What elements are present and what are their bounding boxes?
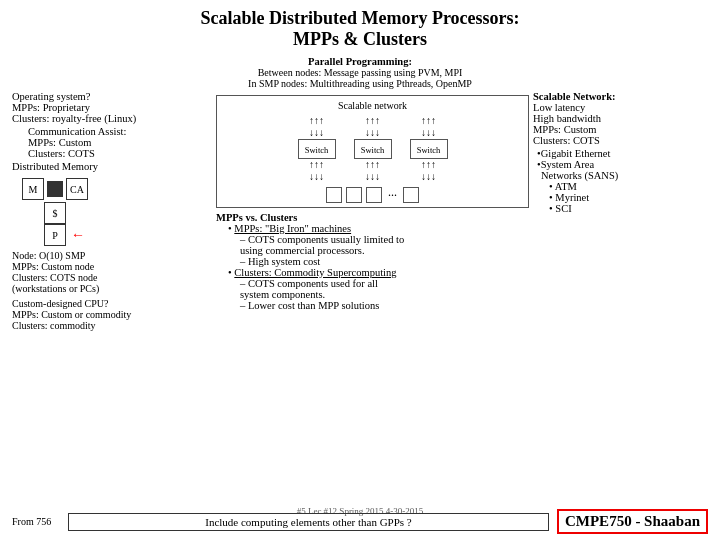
main-content: Operating system? MPPs: Proprietary Clus… (12, 91, 708, 331)
switches-row: ↑↑↑↓↓↓ Switch ↑↑↑↓↓↓ ↑↑↑↓↓↓ Switch ↑↑↑↓↓… (223, 115, 522, 183)
between-nodes-text: Between nodes: Message passing using PVM… (258, 67, 463, 78)
right-bullet-san: •System Area (533, 159, 708, 170)
parallel-prog-section: Parallel Programming: Between nodes: Mes… (12, 56, 708, 89)
node1 (326, 187, 342, 203)
title-line2: MPPs & Clusters (12, 29, 708, 50)
mpps-dash1: – COTS components usually limited to (216, 234, 529, 245)
smp-nodes-text: In SMP nodes: Multithreading using Pthre… (248, 78, 472, 89)
right-column: Scalable Network: Low latency High bandw… (533, 91, 708, 331)
custom-cpu-line2: MPPs: Custom or commodity (12, 309, 212, 320)
box-ca: CA (66, 178, 88, 200)
clusters-royalty: Clusters: royalty-free (Linux) (12, 113, 212, 124)
include-box: Include computing elements other than GP… (68, 513, 549, 531)
node-row-p: P ← (22, 224, 85, 246)
dist-memory: Distributed Memory (12, 161, 212, 172)
node-info: Node: O(10) SMP MPPs: Custom node Cluste… (12, 250, 212, 294)
node-diagram: M CA $ P ← (22, 178, 212, 246)
title-line1: Scalable Distributed Memory Processors: (12, 8, 708, 29)
switch3-box: Switch (410, 139, 448, 159)
clusters-dash6: – Lower cost than MPP solutions (216, 300, 529, 311)
switch1-box: Switch (298, 139, 336, 159)
parallel-prog-title: Parallel Programming: (308, 56, 412, 67)
clusters-bullet2-text: Clusters: Commodity Supercomputing (234, 267, 396, 278)
mpps-dash2: using commercial processors. (216, 245, 529, 256)
cmpe-box: CMPE750 - Shaaban (557, 509, 708, 534)
right-bullet-sci: • SCI (533, 203, 708, 214)
mpps-prop: MPPs: Proprietary (12, 102, 212, 113)
node3 (366, 187, 382, 203)
node-row-dollar: $ (22, 202, 66, 224)
dots: ··· (386, 187, 399, 203)
nodes-row: ··· (223, 187, 522, 203)
mpps-vs-title: MPPs vs. Clusters (216, 212, 529, 223)
box-black (47, 181, 63, 197)
os-label: Operating system? (12, 91, 212, 102)
left-column: Operating system? MPPs: Proprietary Clus… (12, 91, 212, 331)
right-high-bandwidth: High bandwidth (533, 113, 708, 124)
mpps-dash3: – High system cost (216, 256, 529, 267)
node-info-line4: (workstations or PCs) (12, 283, 212, 294)
right-mpps-custom: MPPs: Custom (533, 124, 708, 135)
clusters-dash5: system components. (216, 289, 529, 300)
node-row-mca: M CA (22, 178, 88, 200)
node-info-line1: Node: O(10) SMP (12, 250, 212, 261)
right-scalable-title: Scalable Network: (533, 91, 708, 102)
comm-assist: Communication Assist: (12, 126, 212, 137)
right-bullets: •Gigabit Ethernet •System Area Networks … (533, 148, 708, 214)
node2 (346, 187, 362, 203)
switch3-with-arrows: ↑↑↑↓↓↓ Switch ↑↑↑↓↓↓ (410, 115, 448, 183)
node-info-line3: Clusters: COTS node (12, 272, 212, 283)
arrow-red-icon: ← (71, 227, 85, 243)
switch2-with-arrows: ↑↑↑↓↓↓ Switch ↑↑↑↓↓↓ (354, 115, 392, 183)
mpps-clusters-section: MPPs vs. Clusters • MPPs: "Big Iron" mac… (216, 212, 529, 311)
custom-cpu-line3: Clusters: commodity (12, 320, 212, 331)
scalable-network-label: Scalable network (223, 100, 522, 111)
custom-cpu-line1: Custom-designed CPU? (12, 298, 212, 309)
right-bullet-atm: • ATM (533, 181, 708, 192)
box-p: P (44, 224, 66, 246)
mpps-bullet1-text: MPPs: "Big Iron" machines (234, 223, 351, 234)
clusters-bullet2: • Clusters: Commodity Supercomputing (216, 267, 529, 278)
bottom-bar: From 756 Include computing elements othe… (0, 509, 720, 534)
box-m: M (22, 178, 44, 200)
from-label: From 756 (12, 516, 60, 527)
clusters-cots: Clusters: COTS (12, 148, 212, 159)
right-bullet-myrinet: • Myrinet (533, 192, 708, 203)
right-low-latency: Low latency (533, 102, 708, 113)
right-bullet-gigabit: •Gigabit Ethernet (533, 148, 708, 159)
custom-cpu: Custom-designed CPU? MPPs: Custom or com… (12, 298, 212, 331)
scalable-network-box: Scalable network ↑↑↑↓↓↓ Switch ↑↑↑↓↓↓ ↑↑… (216, 95, 529, 208)
right-clusters-cots: Clusters: COTS (533, 135, 708, 146)
switch2-box: Switch (354, 139, 392, 159)
clusters-dash4: – COTS components used for all (216, 278, 529, 289)
node4 (403, 187, 419, 203)
title-area: Scalable Distributed Memory Processors: … (12, 8, 708, 50)
page: Scalable Distributed Memory Processors: … (0, 0, 720, 540)
box-dollar: $ (44, 202, 66, 224)
node-info-line2: MPPs: Custom node (12, 261, 212, 272)
right-bullet-networks: Networks (SANS) (533, 170, 708, 181)
switch1-with-arrows: ↑↑↑↓↓↓ Switch ↑↑↑↓↓↓ (298, 115, 336, 183)
mpps-custom: MPPs: Custom (12, 137, 212, 148)
mpps-bullet1: • MPPs: "Big Iron" machines (216, 223, 529, 234)
center-column: Scalable network ↑↑↑↓↓↓ Switch ↑↑↑↓↓↓ ↑↑… (216, 91, 529, 331)
